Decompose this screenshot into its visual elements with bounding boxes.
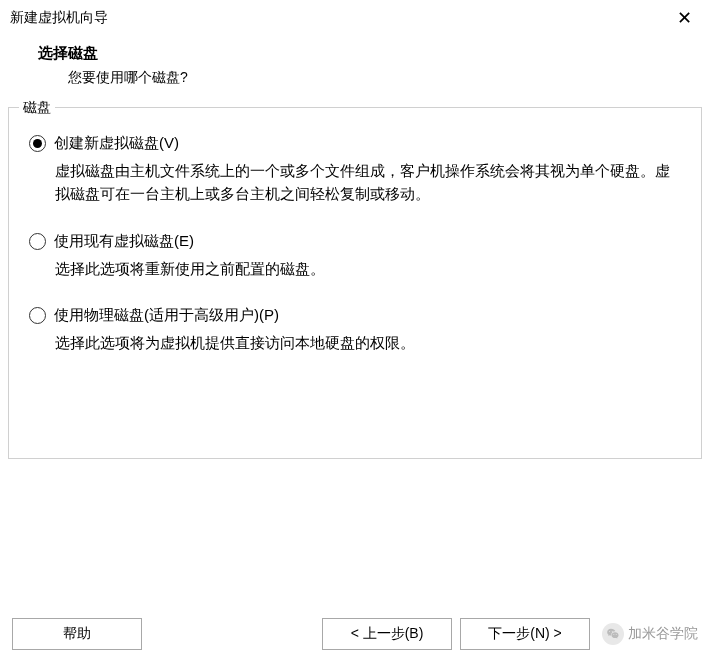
radio-label: 使用现有虚拟磁盘(E)	[54, 232, 194, 251]
radio-label: 创建新虚拟磁盘(V)	[54, 134, 179, 153]
page-subtitle: 您要使用哪个磁盘?	[38, 69, 710, 87]
options-container: 创建新虚拟磁盘(V) 虚拟磁盘由主机文件系统上的一个或多个文件组成，客户机操作系…	[9, 108, 701, 400]
watermark-text: 加米谷学院	[628, 625, 698, 643]
titlebar: 新建虚拟机向导 ✕	[0, 0, 710, 34]
close-icon[interactable]: ✕	[669, 7, 700, 29]
help-button[interactable]: 帮助	[12, 618, 142, 650]
radio-icon	[29, 233, 46, 250]
back-button[interactable]: < 上一步(B)	[322, 618, 452, 650]
disk-options-panel: 磁盘 创建新虚拟磁盘(V) 虚拟磁盘由主机文件系统上的一个或多个文件组成，客户机…	[8, 107, 702, 459]
option-use-existing-disk: 使用现有虚拟磁盘(E) 选择此选项将重新使用之前配置的磁盘。	[29, 232, 681, 280]
radio-use-physical-disk[interactable]: 使用物理磁盘(适用于高级用户)(P)	[29, 306, 681, 325]
wizard-header: 选择磁盘 您要使用哪个磁盘?	[0, 34, 710, 107]
radio-create-new-disk[interactable]: 创建新虚拟磁盘(V)	[29, 134, 681, 153]
wechat-icon	[602, 623, 624, 645]
radio-label: 使用物理磁盘(适用于高级用户)(P)	[54, 306, 279, 325]
page-title: 选择磁盘	[38, 44, 710, 63]
option-description: 虚拟磁盘由主机文件系统上的一个或多个文件组成，客户机操作系统会将其视为单个硬盘。…	[55, 159, 675, 206]
window-title: 新建虚拟机向导	[10, 9, 108, 27]
fieldset-label: 磁盘	[19, 99, 55, 117]
option-use-physical-disk: 使用物理磁盘(适用于高级用户)(P) 选择此选项将为虚拟机提供直接访问本地硬盘的…	[29, 306, 681, 354]
watermark: 加米谷学院	[602, 623, 698, 645]
option-description: 选择此选项将为虚拟机提供直接访问本地硬盘的权限。	[55, 331, 675, 354]
button-bar: 帮助 < 上一步(B) 下一步(N) > 加米谷学院	[0, 618, 710, 650]
next-button[interactable]: 下一步(N) >	[460, 618, 590, 650]
option-description: 选择此选项将重新使用之前配置的磁盘。	[55, 257, 675, 280]
option-create-new-disk: 创建新虚拟磁盘(V) 虚拟磁盘由主机文件系统上的一个或多个文件组成，客户机操作系…	[29, 134, 681, 206]
radio-icon	[29, 307, 46, 324]
radio-icon	[29, 135, 46, 152]
radio-use-existing-disk[interactable]: 使用现有虚拟磁盘(E)	[29, 232, 681, 251]
